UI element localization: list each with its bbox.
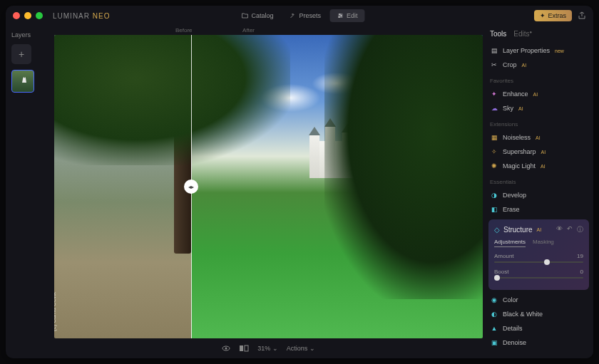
folder-icon bbox=[241, 12, 248, 19]
after-label: After bbox=[242, 27, 255, 33]
catalog-tab[interactable]: Catalog bbox=[234, 9, 280, 22]
supersharp-tool[interactable]: ✧SupersharpAI bbox=[490, 145, 588, 159]
edit-tab[interactable]: Edit bbox=[329, 9, 365, 22]
essentials-section: Essentials bbox=[490, 179, 588, 185]
tab-tools[interactable]: Tools bbox=[490, 30, 506, 38]
details-tool[interactable]: ▲Details bbox=[490, 321, 588, 336]
enhance-tool[interactable]: ✦EnhanceAI bbox=[490, 87, 588, 101]
bw-tool[interactable]: ◐Black & White bbox=[490, 307, 588, 321]
boost-slider[interactable] bbox=[494, 277, 583, 279]
main-body: Layers + Before After bbox=[6, 26, 593, 358]
sparkle-icon: ✦ bbox=[490, 90, 498, 98]
canvas-area: Before After ◂▸ (c) Cuma Cevik bbox=[54, 26, 483, 358]
sky-tool[interactable]: ☁SkyAI bbox=[490, 101, 588, 115]
split-view-icon bbox=[239, 345, 249, 352]
share-button[interactable] bbox=[578, 11, 586, 20]
tree-canopy-left bbox=[54, 35, 290, 165]
boost-slider-row: Boost0 bbox=[494, 269, 583, 279]
boost-value: 0 bbox=[580, 269, 583, 275]
noiseless-tool[interactable]: ▦NoiselessAI bbox=[490, 130, 588, 145]
noise-icon: ▦ bbox=[490, 133, 498, 142]
info-icon[interactable]: ⓘ bbox=[577, 225, 583, 234]
boost-label: Boost bbox=[494, 269, 508, 275]
canvas-bottom-bar: 31% ⌄ Actions ⌄ bbox=[54, 338, 483, 358]
presets-tab[interactable]: Presets bbox=[282, 9, 329, 22]
app-logo: LUMINAR NEO bbox=[53, 12, 110, 20]
amount-slider[interactable] bbox=[494, 261, 583, 263]
visibility-icon[interactable]: 👁 bbox=[556, 225, 563, 234]
crop-icon: ✂ bbox=[490, 61, 498, 69]
fullscreen-window-button[interactable] bbox=[36, 12, 43, 19]
window-controls bbox=[13, 12, 43, 19]
before-label: Before bbox=[175, 27, 193, 33]
layers-title: Layers bbox=[11, 31, 48, 38]
develop-tool[interactable]: ◑Develop bbox=[490, 188, 588, 202]
masking-tab[interactable]: Masking bbox=[533, 239, 554, 247]
wand-icon bbox=[290, 12, 297, 19]
compare-labels: Before After bbox=[54, 26, 483, 35]
new-badge: new bbox=[555, 48, 564, 53]
structure-tool-panel: ◇ StructureAI 👁 ↶ ⓘ Adjustments Masking … bbox=[488, 219, 589, 290]
color-tool[interactable]: ◉Color bbox=[490, 293, 588, 307]
svg-rect-5 bbox=[240, 345, 243, 351]
zoom-level[interactable]: 31% ⌄ bbox=[257, 345, 278, 352]
structure-icon: ◇ bbox=[494, 226, 500, 234]
bw-icon: ◐ bbox=[490, 310, 498, 318]
extensions-section: Extensions bbox=[490, 121, 588, 128]
layers-icon: ▤ bbox=[490, 46, 498, 55]
tree-canopy-right bbox=[324, 35, 483, 299]
add-layer-button[interactable]: + bbox=[11, 44, 31, 64]
top-right: ✦Extras bbox=[534, 10, 586, 21]
amount-slider-row: Amount19 bbox=[494, 253, 583, 263]
compare-mode-button[interactable] bbox=[239, 345, 249, 352]
denoise-tool[interactable]: ▣Denoise bbox=[490, 336, 588, 350]
eraser-icon: ◧ bbox=[490, 205, 498, 214]
svg-rect-6 bbox=[245, 345, 248, 351]
cloud-icon: ☁ bbox=[490, 104, 498, 113]
layer-thumbnail[interactable] bbox=[11, 70, 34, 93]
share-icon bbox=[578, 11, 586, 20]
erase-tool[interactable]: ◧Erase bbox=[490, 202, 588, 217]
sparkle-icon: ✦ bbox=[540, 12, 546, 19]
layer-properties-tool[interactable]: ▤Layer Propertiesnew bbox=[490, 43, 588, 58]
top-mode-switch: Catalog Presets Edit bbox=[234, 9, 364, 22]
color-icon: ◉ bbox=[490, 296, 498, 304]
extras-button[interactable]: ✦Extras bbox=[534, 10, 572, 21]
sharpen-icon: ✧ bbox=[490, 147, 498, 156]
close-window-button[interactable] bbox=[13, 12, 20, 19]
develop-icon: ◑ bbox=[490, 191, 498, 199]
light-icon: ✺ bbox=[490, 162, 498, 170]
denoise-icon: ▣ bbox=[490, 338, 498, 347]
magic-light-tool[interactable]: ✺Magic LightAI bbox=[490, 159, 588, 173]
chevron-down-icon: ⌄ bbox=[272, 345, 278, 352]
amount-label: Amount bbox=[494, 253, 514, 259]
adjustments-tab[interactable]: Adjustments bbox=[494, 239, 526, 247]
app-window: LUMINAR NEO Catalog Presets Edit ✦Extras… bbox=[6, 6, 593, 358]
svg-point-0 bbox=[339, 14, 340, 15]
panel-tabs: Tools Edits● bbox=[490, 30, 588, 38]
visibility-toggle[interactable] bbox=[222, 345, 230, 352]
chevron-down-icon: ⌄ bbox=[309, 345, 315, 352]
favorites-section: Favorites bbox=[490, 78, 588, 84]
structure-title: Structure bbox=[503, 226, 533, 234]
titlebar: LUMINAR NEO Catalog Presets Edit ✦Extras bbox=[6, 6, 593, 26]
layers-panel: Layers + bbox=[6, 26, 54, 358]
image-credit: (c) Cuma Cevik bbox=[54, 292, 57, 331]
minimize-window-button[interactable] bbox=[24, 12, 31, 19]
svg-point-4 bbox=[225, 348, 227, 350]
eye-icon bbox=[222, 345, 230, 352]
compare-handle[interactable]: ◂▸ bbox=[184, 180, 198, 194]
sliders-icon bbox=[337, 12, 344, 19]
svg-point-2 bbox=[338, 16, 339, 18]
svg-point-1 bbox=[340, 15, 342, 16]
amount-value: 19 bbox=[577, 253, 583, 259]
tools-panel: Tools Edits● ▤Layer Propertiesnew ✂CropA… bbox=[483, 26, 593, 358]
tab-edits[interactable]: Edits● bbox=[513, 30, 532, 38]
image-canvas[interactable]: ◂▸ (c) Cuma Cevik bbox=[54, 35, 483, 338]
details-icon: ▲ bbox=[490, 324, 498, 333]
crop-tool[interactable]: ✂CropAI bbox=[490, 58, 588, 72]
actions-menu[interactable]: Actions ⌄ bbox=[287, 345, 315, 352]
undo-icon[interactable]: ↶ bbox=[567, 225, 573, 234]
